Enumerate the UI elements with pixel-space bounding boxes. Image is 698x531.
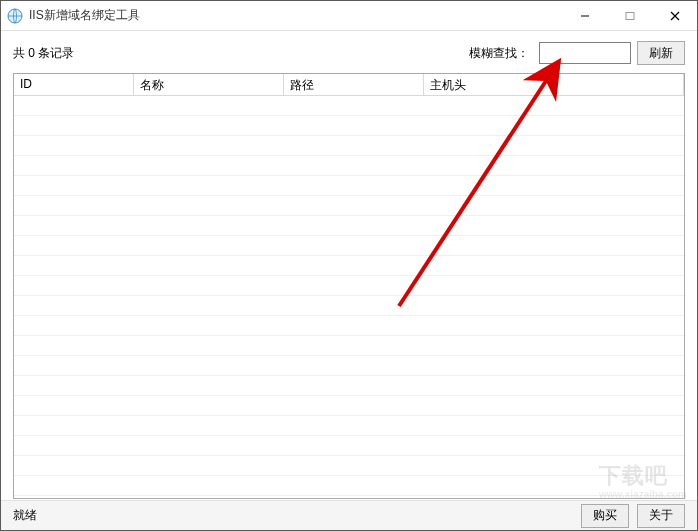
svg-rect-1 xyxy=(626,12,634,19)
window-title: IIS新增域名绑定工具 xyxy=(29,7,562,24)
status-text: 就绪 xyxy=(13,507,573,524)
titlebar: IIS新增域名绑定工具 xyxy=(1,1,697,31)
col-id[interactable]: ID xyxy=(14,74,134,95)
toolbar: 共 0 条记录 模糊查找： 刷新 xyxy=(1,31,697,73)
search-input[interactable] xyxy=(539,42,631,64)
table-body[interactable] xyxy=(14,96,684,498)
col-name[interactable]: 名称 xyxy=(134,74,284,95)
watermark: 下载吧 www.xiazaiba.com xyxy=(599,461,687,500)
search-label: 模糊查找： xyxy=(469,45,529,62)
minimize-button[interactable] xyxy=(562,1,607,30)
close-button[interactable] xyxy=(652,1,697,30)
watermark-main: 下载吧 xyxy=(599,463,668,488)
record-count: 共 0 条记录 xyxy=(13,45,74,62)
col-path[interactable]: 路径 xyxy=(284,74,424,95)
statusbar: 就绪 购买 关于 xyxy=(1,500,697,530)
refresh-button[interactable]: 刷新 xyxy=(637,41,685,65)
watermark-sub: www.xiazaiba.com xyxy=(599,489,687,500)
table: ID 名称 路径 主机头 xyxy=(13,73,685,499)
window-buttons xyxy=(562,1,697,30)
app-globe-icon xyxy=(7,8,23,24)
col-host[interactable]: 主机头 xyxy=(424,74,684,95)
buy-button[interactable]: 购买 xyxy=(581,504,629,528)
about-button[interactable]: 关于 xyxy=(637,504,685,528)
maximize-button[interactable] xyxy=(607,1,652,30)
table-header: ID 名称 路径 主机头 xyxy=(14,74,684,96)
